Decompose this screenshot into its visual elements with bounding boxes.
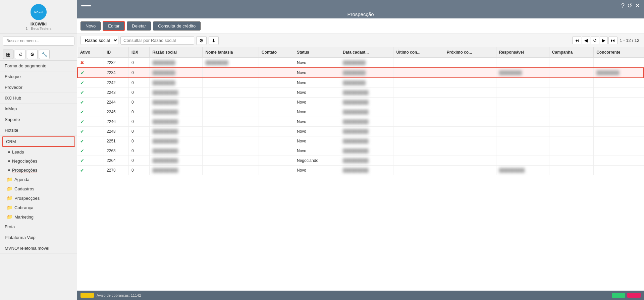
sidebar-subitem-negociacoes[interactable]: Negociações (0, 157, 77, 166)
cell-responsavel (496, 136, 549, 146)
editar-button[interactable]: Editar (103, 21, 125, 31)
settings-icon[interactable]: ⚙ (27, 50, 38, 59)
cell-razao: █████████ (150, 127, 203, 136)
bottom-bar: Aviso de cobranças: 11142 (77, 291, 644, 300)
search-input[interactable] (3, 36, 74, 46)
username-label: IXCWiki (31, 21, 47, 26)
folder-icon: 📁 (7, 195, 12, 201)
sidebar-item-suporte[interactable]: Suporte (0, 114, 77, 125)
filter-settings-button[interactable]: ⚙ (196, 36, 207, 45)
cell-razao: █████████ (150, 166, 203, 175)
cell-idx: 0 (128, 107, 150, 117)
folder-icon: 📁 (7, 186, 12, 191)
sidebar-item-inmap[interactable]: InMap (0, 104, 77, 114)
novo-button[interactable]: Novo (80, 21, 101, 31)
field-selector[interactable]: Razão social (80, 36, 118, 45)
cell-ultimo (393, 127, 444, 136)
cell-ativo: ✖ (77, 58, 104, 68)
search-filter-input[interactable] (120, 36, 194, 45)
sidebar-item-forma-pagamento[interactable]: Forma de pagamento (0, 61, 77, 71)
consulta-credito-button[interactable]: Consulta de crédito (153, 21, 201, 31)
sidebar-item-plataforma-voip[interactable]: Plataforma Voip (0, 232, 77, 243)
last-page-button[interactable]: ⏭ (608, 37, 618, 44)
help-button[interactable]: ? (621, 2, 625, 9)
sidebar-item-ixchub[interactable]: IXC Hub (0, 93, 77, 104)
cell-data: ████████ (340, 68, 393, 78)
cell-contato (259, 136, 294, 146)
cell-status: Novo (294, 98, 340, 107)
refresh-button[interactable]: ↺ (627, 2, 632, 9)
cell-data: █████████ (340, 88, 393, 98)
cell-concorrente (594, 136, 644, 146)
cell-data: █████████ (340, 146, 393, 156)
table-row[interactable]: ✔ 2244 0 █████████ Novo █████████ (77, 98, 644, 107)
cell-ultimo (393, 166, 444, 175)
table-row[interactable]: ✖ 2232 0 ████████ ████████ Novo ████████ (77, 58, 644, 68)
sidebar-item-estoque[interactable]: Estoque (0, 71, 77, 82)
table-row[interactable]: ✔ 2242 0 ████████ Novo ████████ (77, 78, 644, 88)
cell-campanha (549, 98, 593, 107)
table-row[interactable]: ✔ 2248 0 █████████ Novo █████████ (77, 127, 644, 136)
cell-ultimo (393, 88, 444, 98)
table-row[interactable]: ✔ 2246 0 █████████ Novo █████████ (77, 117, 644, 127)
prev-page-button[interactable]: ◀ (582, 37, 590, 44)
cell-concorrente (594, 107, 644, 117)
cell-razao: █████████ (150, 136, 203, 146)
sidebar-folder-prospeccoes[interactable]: 📁 Prospecções (0, 193, 77, 203)
ok-icon: ✔ (80, 90, 84, 95)
sidebar-item-frota[interactable]: Frota (0, 222, 77, 232)
cell-data: █████████ (340, 166, 393, 175)
col-razao: Razão social (150, 47, 203, 58)
sidebar-subitem-prospeccoes[interactable]: Prospecções (0, 166, 77, 175)
col-proximo: Próximo co... (444, 47, 496, 58)
cell-id: 2246 (104, 117, 129, 127)
grid-view-icon[interactable]: ▦ (3, 50, 13, 59)
wrench-icon[interactable]: 🔧 (39, 50, 50, 59)
cell-idx: 0 (128, 68, 150, 78)
cell-contato (259, 88, 294, 98)
sidebar-item-hotsite[interactable]: Hotsite (0, 125, 77, 136)
cell-status: Novo (294, 78, 340, 88)
close-button[interactable]: ✕ (635, 2, 640, 9)
deletar-button[interactable]: Deletar (127, 21, 151, 31)
col-contato: Contato (259, 47, 294, 58)
reload-page-button[interactable]: ↺ (591, 37, 599, 44)
folder-icon: 📁 (7, 214, 12, 220)
cell-campanha (549, 146, 593, 156)
cell-concorrente (594, 156, 644, 166)
sidebar-folder-agenda[interactable]: 📁 Agenda (0, 175, 77, 184)
cell-fantasia (203, 146, 259, 156)
cell-ultimo (393, 78, 444, 88)
cell-fantasia (203, 98, 259, 107)
cell-fantasia (203, 156, 259, 166)
table-row[interactable]: ✔ 2251 0 █████████ Novo █████████ (77, 136, 644, 146)
sidebar-folder-cadastros[interactable]: 📁 Cadastros (0, 184, 77, 193)
cell-responsavel: ████████ (496, 68, 549, 78)
sidebar-folder-marketing[interactable]: 📁 Marketing (0, 212, 77, 222)
sidebar-item-provedor[interactable]: Provedor (0, 82, 77, 93)
table-row[interactable]: ✔ 2234 0 ████████ Novo ████████ ████████… (77, 68, 644, 78)
next-page-button[interactable]: ▶ (600, 37, 608, 44)
table-row[interactable]: ✔ 2278 0 █████████ Novo █████████ ██████… (77, 166, 644, 175)
cell-idx: 0 (128, 78, 150, 88)
sidebar-item-crm[interactable]: CRM (2, 136, 75, 147)
cell-data: █████████ (340, 117, 393, 127)
prospeccoes-label: Prospecções (12, 168, 37, 173)
sidebar-item-mvno[interactable]: MVNO/Telefonia móvel (0, 243, 77, 254)
sidebar-subitem-leads[interactable]: Leads (0, 147, 77, 157)
negociacoes-label: Negociações (12, 159, 37, 164)
data-table-container: Ativo ID IDX Razão social Nome fantasia … (77, 47, 644, 291)
col-responsavel: Responsável (496, 47, 549, 58)
table-row[interactable]: ✔ 2263 0 █████████ Novo █████████ (77, 146, 644, 156)
table-row[interactable]: ✔ 2245 0 █████████ Novo █████████ (77, 107, 644, 117)
table-row[interactable]: ✔ 2264 0 █████████ Negociando █████████ (77, 156, 644, 166)
table-row[interactable]: ✔ 2243 0 █████████ Novo █████████ (77, 88, 644, 98)
cell-razao: █████████ (150, 156, 203, 166)
print-icon[interactable]: 🖨 (15, 50, 25, 59)
cell-ativo: ✔ (77, 98, 104, 107)
cell-status: Novo (294, 58, 340, 68)
first-page-button[interactable]: ⏮ (572, 37, 581, 44)
sidebar-folder-cobranca[interactable]: 📁 Cobrança (0, 203, 77, 212)
cell-ultimo (393, 117, 444, 127)
download-button[interactable]: ⬇ (209, 36, 219, 45)
